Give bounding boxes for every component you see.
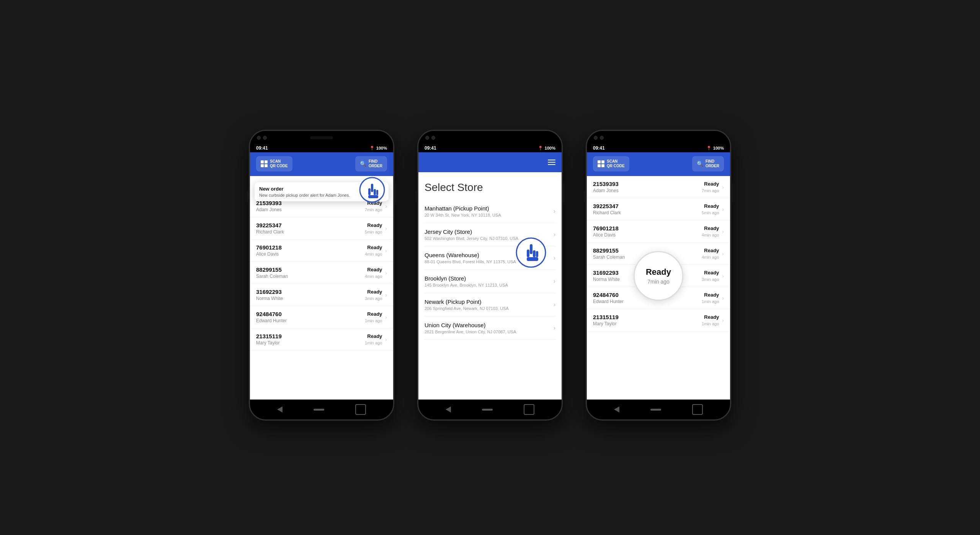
arrow-icon: › xyxy=(722,317,724,323)
arrow-icon: › xyxy=(385,314,387,320)
ready-badge: Ready 7min ago xyxy=(634,251,683,301)
order-item-3[interactable]: 76901218 Alice Davis Ready 4min ago › xyxy=(250,240,393,262)
scene: 09:41 📍 100% xyxy=(0,8,980,535)
arrow-icon: › xyxy=(722,273,724,279)
store-list-area: Select Store Manhattan (Pickup Point) 20… xyxy=(418,172,562,400)
store-item-newark[interactable]: Newark (Pickup Point) 206 Springfield Av… xyxy=(425,293,555,316)
phone3-wrapper: 09:41 📍 100% xyxy=(586,130,731,421)
phone2-location-icon: 📍 xyxy=(538,146,543,151)
store-item-brooklyn[interactable]: Brooklyn (Store) 145 Brooklyn Ave, Brook… xyxy=(425,270,555,293)
phone2-bottom-bar xyxy=(418,400,562,419)
phone2: 09:41 📍 100% xyxy=(417,130,563,421)
store-item-unionCity[interactable]: Union City (Warehouse) 2821 Bergenline A… xyxy=(425,316,555,340)
arrow-icon: › xyxy=(722,206,724,212)
phone1-time: 09:41 xyxy=(256,145,268,151)
qr-code-icon xyxy=(598,160,604,167)
arrow-icon: › xyxy=(385,270,387,276)
order-item-2[interactable]: 39225347 Richard Clark Ready 5min ago › xyxy=(250,217,393,240)
store-header xyxy=(418,152,562,172)
store-item-manhattan[interactable]: Manhattan (Pickup Point) 20 W 34th St, N… xyxy=(425,200,555,223)
phone3-status-bar: 09:41 📍 100% xyxy=(587,145,730,152)
phone3-time: 09:41 xyxy=(593,145,605,151)
phone2-time: 09:41 xyxy=(425,145,436,151)
phone1-notch xyxy=(250,131,393,145)
store-arrow-icon: › xyxy=(554,325,555,331)
phone1-battery: 100% xyxy=(376,146,387,150)
phone1-header: SCAN QR CODE 🔍 FIND ORDER xyxy=(250,152,393,176)
order-item-p3-1[interactable]: 21539393 Adam Jones Ready 7min ago › xyxy=(587,176,730,198)
notification-banner: New order New curbside pickup order aler… xyxy=(255,182,389,201)
store-arrow-icon: › xyxy=(554,208,555,215)
phone1-bottom-bar xyxy=(250,400,393,419)
arrow-icon: › xyxy=(722,295,724,301)
order-item-6[interactable]: 92484760 Edward Hunter Ready 1min ago › xyxy=(250,306,393,328)
recents-button[interactable] xyxy=(524,404,534,415)
phone1-location-icon: 📍 xyxy=(369,146,375,151)
phone3-battery: 100% xyxy=(713,146,724,150)
recents-button[interactable] xyxy=(692,404,703,415)
phone2-wrapper: 09:41 📍 100% xyxy=(417,130,563,421)
order-item-7[interactable]: 21315119 Mary Taylor Ready 1min ago › xyxy=(250,328,393,351)
notification-title: New order xyxy=(259,186,384,192)
phone2-status-bar: 09:41 📍 100% xyxy=(418,145,562,152)
arrow-icon: › xyxy=(385,292,387,298)
store-arrow-icon: › xyxy=(554,278,555,285)
arrow-icon: › xyxy=(385,248,387,254)
order-item-p3-2[interactable]: 39225347 Richard Clark Ready 5min ago › xyxy=(587,198,730,220)
search-icon: 🔍 xyxy=(697,161,703,167)
order-item-p3-3[interactable]: 76901218 Alice Davis Ready 4min ago › xyxy=(587,220,730,243)
phone3-header: SCAN QR CODE 🔍 FIND ORDER xyxy=(587,152,730,176)
hamburger-menu[interactable] xyxy=(548,160,555,165)
phone3: 09:41 📍 100% xyxy=(586,130,731,421)
front-camera xyxy=(257,136,261,140)
front-sensor xyxy=(263,136,267,140)
phone2-screen: Select Store Manhattan (Pickup Point) 20… xyxy=(418,152,562,400)
scan-qr-button-3[interactable]: SCAN QR CODE xyxy=(593,156,629,171)
phone1: 09:41 📍 100% xyxy=(249,130,394,421)
store-arrow-icon: › xyxy=(554,231,555,238)
phone3-location-icon: 📍 xyxy=(706,146,712,151)
home-button[interactable] xyxy=(314,409,324,411)
find-order-button-3[interactable]: 🔍 FIND ORDER xyxy=(692,156,724,171)
arrow-icon: › xyxy=(722,228,724,235)
store-arrow-icon: › xyxy=(554,254,555,261)
phone1-order-list: 21539393 Adam Jones Ready 7min ago › xyxy=(250,195,393,400)
arrow-icon: › xyxy=(722,251,724,257)
phone3-bottom-bar xyxy=(587,400,730,419)
store-arrow-icon: › xyxy=(554,301,555,308)
find-order-button[interactable]: 🔍 FIND ORDER xyxy=(355,156,387,171)
phone3-screen: SCAN QR CODE 🔍 FIND ORDER xyxy=(587,152,730,400)
arrow-icon: › xyxy=(385,336,387,343)
qr-code-icon xyxy=(261,160,268,167)
home-button[interactable] xyxy=(650,409,661,411)
store-item-jerseyCity[interactable]: Jersey City (Store) 502 Washington Blvd,… xyxy=(425,223,555,246)
ready-time: 7min ago xyxy=(647,279,670,285)
phone1-status-bar: 09:41 📍 100% xyxy=(250,145,393,152)
order-item-p3-7[interactable]: 21315119 Mary Taylor Ready 1min ago › xyxy=(587,309,730,331)
scan-qr-button[interactable]: SCAN QR CODE xyxy=(256,156,292,171)
phones-container: 09:41 📍 100% xyxy=(249,130,731,421)
phone2-battery: 100% xyxy=(545,146,555,150)
store-item-queens[interactable]: Queens (Warehouse) 88-01 Queens Blvd, Fo… xyxy=(425,246,555,270)
notification-body: New curbside pickup order alert for Adam… xyxy=(259,193,384,197)
home-button[interactable] xyxy=(482,409,493,411)
back-button[interactable] xyxy=(446,406,451,413)
arrow-icon: › xyxy=(722,184,724,190)
arrow-icon: › xyxy=(385,225,387,232)
arrow-icon: › xyxy=(385,203,387,209)
search-icon: 🔍 xyxy=(360,161,366,167)
phone2-notch xyxy=(418,131,562,145)
select-store-title: Select Store xyxy=(425,172,555,200)
back-button[interactable] xyxy=(277,406,283,413)
phone1-wrapper: 09:41 📍 100% xyxy=(249,130,394,421)
order-item-5[interactable]: 31692293 Norma White Ready 3min ago › xyxy=(250,284,393,306)
phone3-notch xyxy=(587,131,730,145)
ready-label: Ready xyxy=(646,267,671,277)
order-item-4[interactable]: 88299155 Sarah Coleman Ready 4min ago › xyxy=(250,262,393,284)
back-button[interactable] xyxy=(614,406,619,413)
recents-button[interactable] xyxy=(355,404,366,415)
phone1-screen: SCAN QR CODE 🔍 FIND ORDER xyxy=(250,152,393,400)
